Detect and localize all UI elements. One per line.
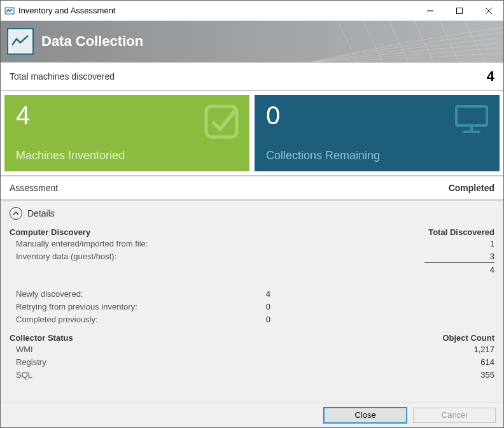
minimize-button[interactable] bbox=[416, 1, 445, 20]
collector-heading: Collector Status bbox=[10, 333, 73, 343]
tile-inventoried-label: Machines Inventoried bbox=[16, 149, 238, 162]
details-header: Details bbox=[10, 207, 494, 220]
discovery-section-head: Computer Discovery Total Discovered bbox=[10, 227, 494, 237]
details-panel: Details Computer Discovery Total Discove… bbox=[1, 201, 503, 402]
checkmark-icon bbox=[204, 104, 239, 141]
table-row: SQL 355 bbox=[16, 368, 494, 381]
close-dialog-button[interactable]: Close bbox=[324, 408, 407, 423]
maximize-button[interactable] bbox=[445, 1, 474, 20]
chart-line-icon bbox=[7, 28, 34, 55]
details-title: Details bbox=[27, 208, 55, 218]
assessment-row: Assessment Completed bbox=[1, 175, 503, 201]
tile-remaining-label: Collections Remaining bbox=[266, 149, 488, 162]
table-row: Retrying from previous inventory: 0 bbox=[16, 300, 494, 313]
collapse-toggle[interactable] bbox=[10, 207, 22, 220]
banner-mesh-decoration bbox=[312, 21, 503, 62]
collector-section-head: Collector Status Object Count bbox=[10, 333, 494, 343]
titlebar: Inventory and Assessment bbox=[1, 1, 503, 21]
svg-line-8 bbox=[414, 21, 433, 62]
total-discovered-row: Total machines discovered 4 bbox=[1, 62, 503, 91]
titlebar-left: Inventory and Assessment bbox=[1, 6, 115, 16]
tile-inventoried: 4 Machines Inventoried bbox=[4, 95, 249, 171]
window-controls bbox=[416, 1, 503, 20]
summary-tiles: 4 Machines Inventoried 0 Collections Rem… bbox=[1, 91, 503, 175]
table-row: 4 bbox=[16, 263, 494, 276]
table-row: WMI 1,217 bbox=[16, 343, 494, 355]
window-title: Inventory and Assessment bbox=[18, 6, 115, 15]
total-discovered-value: 4 bbox=[487, 68, 494, 85]
object-count-heading: Object Count bbox=[442, 333, 494, 343]
page-banner: Data Collection bbox=[1, 21, 503, 62]
discovery-heading: Computer Discovery bbox=[10, 227, 90, 237]
svg-line-9 bbox=[440, 21, 459, 62]
chevron-up-icon bbox=[13, 210, 19, 217]
table-row: Completed previously: 0 bbox=[16, 313, 494, 325]
svg-rect-2 bbox=[457, 8, 463, 13]
tile-remaining: 0 Collections Remaining bbox=[255, 95, 500, 171]
assessment-status: Completed bbox=[449, 183, 494, 193]
svg-line-6 bbox=[363, 21, 382, 62]
window-root: Inventory and Assessment bbox=[0, 0, 504, 428]
svg-rect-11 bbox=[206, 106, 237, 137]
collector-grid: WMI 1,217 Registry 614 SQL 355 bbox=[10, 343, 494, 381]
table-row: Manually entered/imported from file: 1 bbox=[16, 237, 494, 250]
total-discovered-heading: Total Discovered bbox=[428, 227, 494, 237]
svg-rect-12 bbox=[456, 106, 487, 125]
close-button[interactable] bbox=[474, 1, 503, 20]
table-row: Inventory data (guest/host): 3 bbox=[16, 250, 494, 262]
discovery-grid: Manually entered/imported from file: 1 I… bbox=[10, 237, 494, 325]
cancel-button: Cancel bbox=[413, 408, 496, 423]
page-title: Data Collection bbox=[41, 33, 143, 50]
table-row: Newly discovered: 4 bbox=[16, 287, 494, 300]
dialog-footer: Close Cancel bbox=[1, 402, 503, 427]
table-row: Registry 614 bbox=[16, 355, 494, 368]
app-icon bbox=[4, 6, 15, 16]
monitor-icon bbox=[454, 104, 489, 136]
assessment-label: Assessment bbox=[10, 183, 58, 193]
total-discovered-label: Total machines discovered bbox=[10, 71, 115, 82]
